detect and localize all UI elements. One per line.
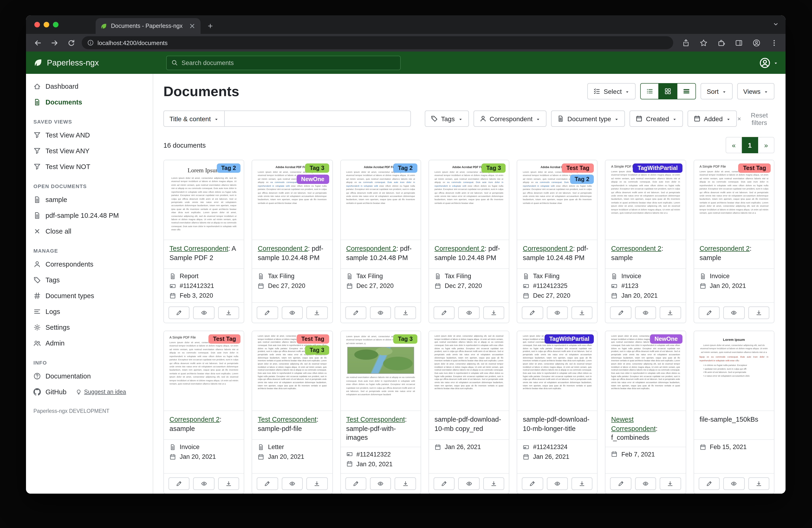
document-title[interactable]: Test Correspondent: sample-pdf-file (252, 411, 332, 440)
document-thumbnail[interactable]: Lorem ipsum dolor sit amet, consectetur … (429, 331, 509, 411)
document-title[interactable]: Test Correspondent: A Sample PDF 2 (164, 240, 244, 269)
download-document-button[interactable] (660, 477, 681, 490)
document-thumbnail[interactable]: Lorem ipsumLorem ipsum dolor sit amet, c… (694, 331, 774, 411)
extensions-button[interactable] (715, 37, 727, 49)
sidebar-item-test-view-any[interactable]: Test View ANY (26, 143, 153, 159)
detail-view-button[interactable] (677, 83, 696, 99)
view-document-button[interactable] (193, 306, 215, 319)
view-document-button[interactable] (723, 477, 744, 490)
tag-badge[interactable]: Tag 2 (217, 163, 241, 173)
document-title[interactable]: Correspondent 2: sample (606, 240, 686, 269)
view-document-button[interactable] (635, 477, 656, 490)
sidebar-item-close-all[interactable]: Close all (26, 223, 153, 239)
download-document-button[interactable] (218, 477, 239, 490)
edit-document-button[interactable] (345, 306, 366, 319)
sidebar-item-open-doc-pdf-sample[interactable]: pdf-sample 10.24.48 PM (26, 208, 153, 223)
view-document-button[interactable] (459, 477, 480, 490)
download-document-button[interactable] (571, 306, 593, 319)
document-title[interactable]: Test Correspondent: sample-pdf-with-imag… (340, 411, 421, 447)
view-document-button[interactable] (370, 306, 391, 319)
download-document-button[interactable] (395, 477, 416, 490)
reload-button[interactable] (65, 37, 77, 49)
tag-badge[interactable]: TagWithPartial (545, 334, 594, 344)
tag-badge[interactable]: Tag 3 (305, 163, 329, 173)
user-menu[interactable] (759, 57, 778, 69)
view-document-button[interactable] (635, 306, 656, 319)
document-title[interactable]: Correspondent 2: sample (694, 240, 774, 269)
view-document-button[interactable] (723, 306, 744, 319)
tag-badge[interactable]: Test Tag (738, 163, 771, 173)
address-bar[interactable]: localhost:4200/documents (82, 36, 673, 49)
edit-document-button[interactable] (698, 306, 720, 319)
edit-document-button[interactable] (169, 477, 190, 490)
correspondent-link[interactable]: Correspondent 2 (523, 245, 573, 252)
document-title[interactable]: Newest Correspondent: f_combineds (606, 411, 686, 447)
forward-button[interactable] (48, 37, 60, 49)
select-button[interactable]: Select (588, 83, 636, 99)
document-thumbnail[interactable]: Lorem IpsumLorem ipsum dolor sit amet, c… (164, 160, 244, 240)
document-title[interactable]: Correspondent 2: asample (164, 411, 244, 440)
sidebar-item-open-doc-sample[interactable]: sample (26, 192, 153, 208)
sidebar-item-tags[interactable]: Tags (26, 272, 153, 288)
download-document-button[interactable] (571, 477, 593, 490)
view-document-button[interactable] (281, 306, 303, 319)
document-thumbnail[interactable]: Lorem ipsum dolor sit amet, consectetur … (340, 331, 421, 411)
document-title[interactable]: Correspondent 2: pdf-sample 10.24.48 PM (517, 240, 597, 269)
download-document-button[interactable] (660, 306, 681, 319)
view-document-button[interactable] (281, 477, 303, 490)
edit-document-button[interactable] (610, 306, 632, 319)
sidebar-item-correspondents[interactable]: Correspondents (26, 256, 153, 272)
sidebar-item-documents[interactable]: Documents (26, 94, 153, 110)
document-thumbnail[interactable]: Adobe Acrobat PDF FilesLorem ipsum dolor… (340, 160, 421, 240)
correspondent-link[interactable]: Test Correspondent (258, 416, 317, 423)
sidebar-item-test-view-not[interactable]: Test View NOT (26, 159, 153, 175)
download-document-button[interactable] (748, 306, 769, 319)
tab-search-button[interactable] (772, 21, 779, 29)
correspondent-filter-button[interactable]: Correspondent (473, 111, 547, 127)
sidebar-item-dashboard[interactable]: Dashboard (26, 79, 153, 94)
close-window-button[interactable] (34, 22, 40, 27)
document-thumbnail[interactable]: Adobe Acrobat PDF FilesLorem ipsum dolor… (517, 160, 597, 240)
edit-document-button[interactable] (698, 477, 720, 490)
view-document-button[interactable] (459, 306, 480, 319)
search-input[interactable] (182, 59, 395, 66)
correspondent-link[interactable]: Test Correspondent (170, 245, 228, 252)
document-title[interactable]: Correspondent 2: pdf-sample 10.24.48 PM (340, 240, 421, 269)
download-document-button[interactable] (483, 306, 504, 319)
correspondent-link[interactable]: Newest Correspondent (611, 416, 656, 432)
tag-badge[interactable]: NewOne (650, 334, 682, 344)
correspondent-link[interactable]: Correspondent 2 (170, 416, 220, 423)
document-title[interactable]: Correspondent 2: pdf-sample 10.24.48 PM (429, 240, 509, 269)
download-document-button[interactable] (395, 306, 416, 319)
title-content-dropdown[interactable]: Title & content (163, 111, 225, 127)
view-document-button[interactable] (193, 477, 215, 490)
document-title[interactable]: Correspondent 2: pdf-sample 10.24.48 PM (252, 240, 332, 269)
browser-menu-button[interactable] (768, 37, 780, 49)
sidebar-item-document-types[interactable]: Document types (26, 288, 153, 304)
view-document-button[interactable] (370, 477, 391, 490)
side-panel-button[interactable] (733, 37, 745, 49)
edit-document-button[interactable] (257, 306, 278, 319)
back-button[interactable] (32, 37, 44, 49)
view-document-button[interactable] (547, 477, 568, 490)
edit-document-button[interactable] (257, 477, 278, 490)
download-document-button[interactable] (306, 306, 328, 319)
views-button[interactable]: Views (737, 83, 774, 99)
edit-document-button[interactable] (522, 477, 543, 490)
document-title[interactable]: sample-pdf-download-10-mb-longer-title (517, 411, 597, 440)
tag-badge[interactable]: Test Tag (562, 163, 594, 173)
suggest-idea-link[interactable]: Suggest an idea (76, 389, 126, 395)
download-document-button[interactable] (306, 477, 328, 490)
pagination-page-1[interactable]: 1 (742, 137, 758, 153)
tag-badge[interactable]: Tag 3 (482, 163, 506, 173)
tag-badge[interactable]: Tag 3 (305, 345, 329, 355)
share-button[interactable] (680, 37, 692, 49)
tag-badge[interactable]: Test Tag (297, 334, 329, 344)
edit-document-button[interactable] (610, 477, 632, 490)
pagination-prev-button[interactable]: « (726, 137, 742, 153)
edit-document-button[interactable] (522, 306, 543, 319)
document-thumbnail[interactable]: Adobe Acrobat PDF FilesLorem ipsum dolor… (429, 160, 509, 240)
document-type-filter-button[interactable]: Document type (551, 111, 625, 127)
tag-badge[interactable]: Tag 3 (393, 334, 417, 344)
edit-document-button[interactable] (169, 306, 190, 319)
